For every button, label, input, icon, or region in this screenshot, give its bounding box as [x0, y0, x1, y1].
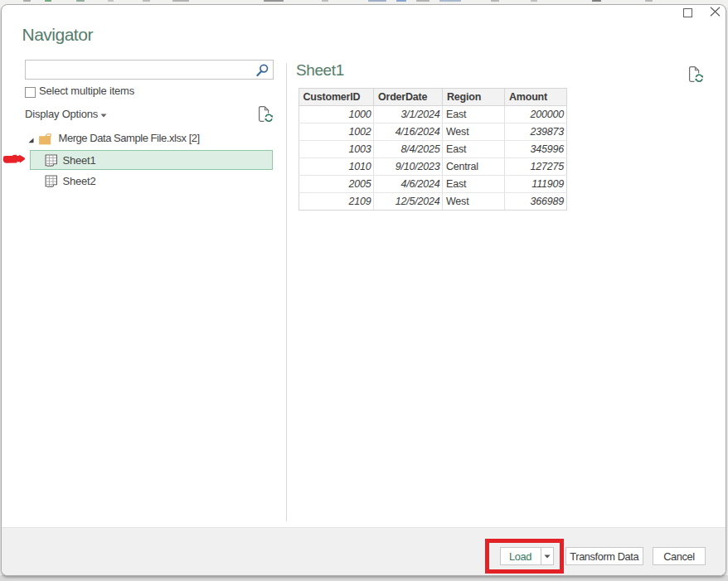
- ribbon-speck: [23, 0, 31, 2]
- tree-item-sheet1-label[interactable]: Sheet1: [63, 154, 96, 167]
- table-cell: 366989: [505, 193, 567, 211]
- tree-root-label[interactable]: Merge Data Sample File.xlsx [2]: [59, 132, 200, 144]
- table-row: 10109/10/2023Central127275: [298, 158, 566, 176]
- worksheet-icon-sheet2: [45, 175, 58, 188]
- table-cell: 1000: [298, 106, 374, 123]
- folder-icon: [37, 133, 51, 145]
- maximize-button[interactable]: [683, 7, 694, 18]
- ribbon-speck: [172, 0, 189, 2]
- select-multiple-checkbox[interactable]: [25, 87, 36, 98]
- table-header-cell: Amount: [505, 89, 567, 106]
- ribbon-speck: [531, 0, 537, 2]
- table-cell: 1010: [298, 158, 374, 176]
- background-bottom-strip: [0, 575, 728, 581]
- refresh-preview-icon-right[interactable]: [688, 65, 704, 84]
- ribbon-speck: [645, 0, 653, 2]
- display-options-label[interactable]: Display Options: [25, 108, 98, 120]
- ribbon-speck: [416, 0, 430, 2]
- navigator-dialog: Navigator Select multiple items Display …: [1, 4, 726, 576]
- table-row: 20054/6/2024East111909: [298, 176, 566, 193]
- display-options-row: Display Options: [25, 104, 275, 126]
- transform-data-button[interactable]: Transform Data: [565, 547, 643, 565]
- ribbon-speck: [143, 0, 150, 2]
- table-cell: 9/10/2023: [374, 158, 443, 176]
- table-cell: 4/6/2024: [374, 176, 443, 193]
- ribbon-speck: [368, 0, 386, 2]
- table-cell: West: [443, 193, 505, 211]
- table-row: 10038/4/2025East345996: [298, 141, 566, 158]
- screen: Navigator Select multiple items Display …: [0, 0, 728, 581]
- ribbon-speck: [322, 0, 328, 2]
- tree-expand-icon[interactable]: [28, 138, 34, 143]
- table-cell: East: [443, 141, 505, 158]
- table-cell: 2109: [298, 193, 374, 211]
- ribbon-speck: [396, 0, 406, 2]
- table-cell: East: [443, 176, 505, 193]
- ribbon-speck: [592, 0, 601, 2]
- worksheet-icon-sheet1: [45, 154, 58, 167]
- ribbon-speck: [76, 0, 85, 2]
- table-cell: 200000: [505, 106, 567, 123]
- table-row: 10024/16/2024West239873: [298, 123, 566, 141]
- search-input[interactable]: [27, 61, 252, 78]
- search-box: [25, 60, 274, 80]
- ribbon-speck: [45, 0, 51, 2]
- table-cell: 3/1/2024: [374, 106, 443, 123]
- annotation-rectangle: [485, 539, 564, 574]
- table-cell: 4/16/2024: [374, 123, 443, 141]
- table-header-cell: Region: [443, 89, 505, 106]
- table-cell: 1002: [298, 123, 374, 141]
- table-cell: 8/4/2025: [374, 141, 443, 158]
- ribbon-speck: [439, 0, 461, 2]
- ribbon-speck: [108, 0, 114, 2]
- tree-item-sheet2-label[interactable]: Sheet2: [63, 175, 96, 187]
- table-cell: 239873: [505, 123, 567, 141]
- table-cell: 345996: [505, 141, 567, 158]
- close-button[interactable]: [710, 7, 721, 17]
- table-header-row: CustomerIDOrderDateRegionAmount: [298, 89, 566, 106]
- pane-divider: [286, 63, 287, 521]
- ribbon-speck: [264, 0, 284, 2]
- table-cell: 1003: [298, 141, 374, 158]
- maximize-icon: [683, 8, 692, 17]
- refresh-preview-icon-left[interactable]: [258, 105, 274, 123]
- preview-title: Sheet1: [296, 61, 344, 80]
- table-cell: 2005: [298, 176, 374, 193]
- annotation-arrow: [2, 154, 26, 165]
- table-row: 210912/5/2024West366989: [298, 193, 566, 211]
- chevron-down-icon: [100, 114, 107, 118]
- preview-table: CustomerIDOrderDateRegionAmount 10003/1/…: [298, 88, 567, 211]
- table-row: 10003/1/2024East200000: [298, 106, 566, 123]
- dialog-title: Navigator: [22, 25, 93, 45]
- table-cell: 111909: [505, 176, 567, 193]
- search-icon[interactable]: [255, 63, 269, 77]
- table-cell: 12/5/2024: [374, 193, 443, 211]
- table-body: 10003/1/2024East20000010024/16/2024West2…: [298, 106, 566, 211]
- table-header-cell: CustomerID: [298, 89, 374, 106]
- select-multiple-label: Select multiple items: [39, 85, 134, 97]
- table-header: CustomerIDOrderDateRegionAmount: [298, 89, 566, 106]
- table-cell: 127275: [505, 158, 567, 176]
- table-cell: Central: [443, 158, 505, 176]
- table-header-cell: OrderDate: [374, 89, 443, 106]
- table-cell: West: [443, 123, 505, 141]
- close-icon: [710, 7, 721, 17]
- table-cell: East: [443, 106, 505, 123]
- ribbon-speck: [491, 0, 499, 2]
- cancel-button[interactable]: Cancel: [653, 547, 706, 565]
